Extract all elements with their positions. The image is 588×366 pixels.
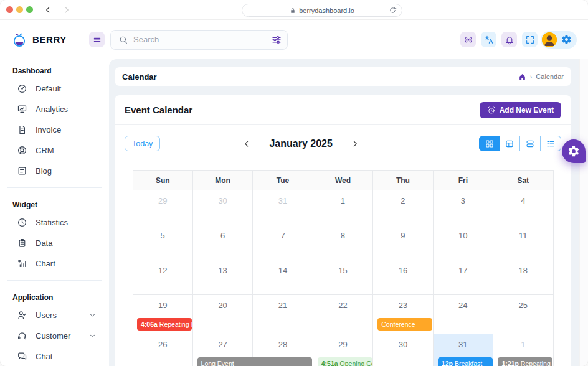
sidebar-item-customer[interactable]: Customer (0, 326, 109, 346)
traffic-lights (6, 6, 33, 13)
day-cell-10[interactable]: 10 (433, 225, 493, 260)
home-icon[interactable] (518, 73, 526, 81)
view-week-icon (505, 139, 514, 149)
sidebar-item-label: Data (36, 238, 97, 248)
customize-fab-button[interactable] (562, 139, 586, 163)
view-week-button[interactable] (500, 136, 520, 151)
day-cell-16[interactable]: 16 (373, 260, 433, 295)
day-cell-14[interactable]: 14 (253, 260, 313, 295)
calendar-event[interactable]: 12pBreakfast (438, 357, 493, 366)
day-cell-13[interactable]: 13 (192, 260, 252, 295)
day-cell-24[interactable]: 24 (433, 295, 493, 334)
calendar-event[interactable]: Conference (377, 318, 432, 331)
day-cell-11[interactable]: 11 (493, 225, 553, 260)
sidebar-item-crm[interactable]: CRM (0, 140, 109, 161)
sidebar-item-invoice[interactable]: Invoice (0, 120, 109, 140)
calendar-event[interactable]: Long Event (197, 357, 313, 366)
day-cell-30[interactable]: 30 (373, 334, 433, 366)
browser-chrome: berrydashboard.io (0, 0, 588, 20)
day-cell-5[interactable]: 5 (133, 225, 192, 260)
day-cell-9[interactable]: 9 (373, 225, 433, 260)
day-cell-7[interactable]: 7 (253, 225, 313, 260)
browser-back-icon[interactable] (43, 5, 53, 15)
day-cell-12[interactable]: 12 (133, 260, 192, 295)
minimize-window-button[interactable] (16, 6, 23, 13)
day-cell-2[interactable]: 2 (373, 190, 433, 225)
bell-icon (505, 35, 514, 45)
day-cell-18[interactable]: 18 (493, 260, 553, 295)
browser-window: berrydashboard.io BERRY (0, 0, 588, 366)
sidebar-item-analytics[interactable]: Analytics (0, 99, 109, 120)
profile-settings-icon (561, 34, 572, 45)
expand-button[interactable] (522, 32, 538, 47)
sidebar-item-label: Chart (36, 259, 97, 268)
day-cell-4[interactable]: 4 (493, 190, 553, 225)
view-list-button[interactable] (541, 136, 561, 151)
day-cell-29[interactable]: 29 (133, 190, 192, 225)
expand-icon (525, 35, 535, 45)
url-bar[interactable]: berrydashboard.io (242, 4, 402, 17)
view-day-icon (525, 139, 535, 149)
search-icon (118, 35, 128, 45)
day-cell-30[interactable]: 30 (192, 190, 252, 225)
broadcast-button[interactable] (460, 32, 476, 47)
card-title: Event Calendar (125, 105, 192, 115)
lock-icon (290, 7, 296, 14)
chart-icon (17, 258, 27, 269)
sidebar-item-default[interactable]: Default (0, 78, 109, 99)
day-cell-3[interactable]: 3 (433, 190, 493, 225)
day-header-tue: Tue (253, 171, 313, 190)
brand-logo[interactable]: BERRY (11, 32, 89, 48)
translate-button[interactable] (481, 32, 496, 47)
breadcrumb-current: Calendar (536, 73, 564, 80)
day-cell-31[interactable]: 31 (253, 190, 313, 225)
day-cell-15[interactable]: 15 (313, 260, 372, 295)
browser-forward-icon (62, 5, 72, 15)
calendar-event[interactable]: 4:06aRepeating Event (137, 318, 192, 331)
view-month-button[interactable] (479, 136, 500, 151)
berry-logo-icon (11, 32, 27, 48)
sidebar-item-label: CRM (36, 146, 97, 155)
refresh-icon[interactable] (389, 6, 397, 14)
sidebar-item-label: Statistics (36, 218, 97, 227)
main-content: Calendar › Calendar Event Calendar Add N… (109, 59, 579, 366)
url-text: berrydashboard.io (299, 7, 354, 14)
sidebar-item-statistics[interactable]: Statistics (0, 212, 109, 233)
sidebar-item-chat[interactable]: Chat (0, 346, 109, 366)
calendar-event[interactable]: 1:21pRepeating Event (498, 357, 552, 366)
day-header-wed: Wed (313, 171, 372, 190)
day-cell-22[interactable]: 22 (313, 295, 372, 334)
view-day-button[interactable] (520, 136, 541, 151)
sidebar-divider (7, 187, 102, 188)
day-cell-17[interactable]: 17 (433, 260, 493, 295)
search-filter-icon[interactable] (271, 34, 282, 45)
chat-icon (17, 351, 27, 362)
sidebar-toggle-button[interactable] (89, 32, 105, 47)
sidebar-item-users[interactable]: Users (0, 305, 109, 326)
day-cell-1[interactable]: 1 (313, 190, 372, 225)
gauge-icon (17, 83, 27, 94)
prev-month-icon[interactable] (242, 139, 252, 149)
search-input[interactable] (133, 35, 266, 44)
day-cell-8[interactable]: 8 (313, 225, 372, 260)
next-month-icon[interactable] (350, 139, 360, 149)
day-cell-6[interactable]: 6 (192, 225, 252, 260)
sidebar-item-chart[interactable]: Chart (0, 253, 109, 274)
scrollbar[interactable] (579, 59, 588, 366)
day-cell-26[interactable]: 26 (133, 334, 192, 366)
calendar-event[interactable]: 4:51aOpening Ceremony (318, 357, 372, 366)
zoom-window-button[interactable] (26, 6, 33, 13)
gear-icon (567, 145, 580, 157)
day-cell-21[interactable]: 21 (253, 295, 313, 334)
close-window-button[interactable] (6, 6, 13, 13)
sidebar-item-blog[interactable]: Blog (0, 161, 109, 181)
day-cell-25[interactable]: 25 (493, 295, 553, 334)
avatar (542, 32, 557, 47)
sidebar-item-data[interactable]: Data (0, 233, 109, 253)
bell-button[interactable] (501, 32, 517, 47)
day-cell-20[interactable]: 20 (192, 295, 252, 334)
add-new-event-button[interactable]: Add New Event (480, 102, 561, 118)
day-header-sun: Sun (133, 171, 192, 190)
alarm-icon (487, 106, 496, 115)
profile-menu[interactable] (541, 31, 577, 49)
